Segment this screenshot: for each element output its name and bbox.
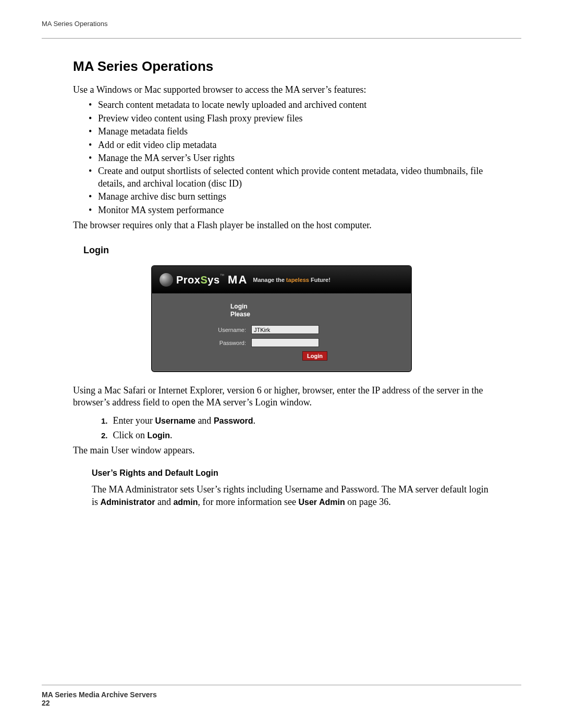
list-item: Manage the MA server’s User rights xyxy=(91,152,490,164)
password-input[interactable] xyxy=(251,338,319,347)
after-bullets-text: The browser requires only that a Flash p… xyxy=(73,219,490,231)
step-text: Enter your xyxy=(113,415,155,426)
intro-text: Use a Windows or Mac supported browser t… xyxy=(73,84,490,96)
rights-part: , for more information see xyxy=(198,497,299,507)
logo-tm: ™ xyxy=(220,273,225,278)
list-item: Manage archive disc burn settings xyxy=(91,191,490,203)
login-title-line: Login xyxy=(230,303,400,310)
username-input[interactable] xyxy=(251,325,319,334)
rights-strong: admin xyxy=(173,498,198,507)
login-panel-title: Login Please xyxy=(230,303,400,318)
logo-part: Prox xyxy=(176,274,200,286)
step-strong: Password xyxy=(214,416,253,425)
tagline-part: Manage the xyxy=(253,277,286,283)
tagline: Manage the tapeless Future! xyxy=(253,277,331,283)
rights-text: The MA Administrator sets User’s rights … xyxy=(92,483,490,509)
logo-part: ys xyxy=(207,274,219,286)
login-heading: Login xyxy=(83,245,490,256)
list-item: Monitor MA system performance xyxy=(91,204,490,216)
logo-ma: MA xyxy=(228,273,248,286)
feature-list: Search content metadata to locate newly … xyxy=(73,99,490,216)
login-title-line: Please xyxy=(230,311,400,318)
after-login-text: Using a Mac Safari or Internet Explorer,… xyxy=(73,385,490,409)
step-item: 1.Enter your Username and Password. xyxy=(101,414,490,427)
tagline-part: Future! xyxy=(309,277,331,283)
password-row: Password: xyxy=(163,338,400,347)
login-button[interactable]: Login xyxy=(302,351,327,361)
step-strong: Login xyxy=(148,431,170,440)
rights-strong: User Admin xyxy=(298,498,345,507)
rights-strong: Administrator xyxy=(101,498,155,507)
step-text: and xyxy=(195,415,214,426)
step-text: . xyxy=(170,430,173,440)
footer-rule xyxy=(42,685,521,685)
step-text: . xyxy=(253,415,255,426)
logo-icon xyxy=(160,273,173,287)
login-body: Login Please Username: Password: Login xyxy=(152,293,411,371)
step-text: Click on xyxy=(113,430,148,440)
running-header: MA Series Operations xyxy=(42,20,521,28)
login-screenshot: ProxSys™MA Manage the tapeless Future! L… xyxy=(73,265,490,372)
rights-part: and xyxy=(155,497,173,507)
login-steps: 1.Enter your Username and Password. 2.Cl… xyxy=(101,414,490,442)
tagline-em: tapeless xyxy=(286,277,309,283)
login-header-bar: ProxSys™MA Manage the tapeless Future! xyxy=(152,266,411,293)
list-item: Search content metadata to locate newly … xyxy=(91,99,490,111)
step-item: 2.Click on Login. xyxy=(101,429,490,441)
rights-heading: User’s Rights and Default Login xyxy=(92,468,490,478)
footer-page-number: 22 xyxy=(42,699,521,707)
step-number: 1. xyxy=(101,416,108,425)
list-item: Preview video content using Flash proxy … xyxy=(91,113,490,125)
list-item: Add or edit video clip metadata xyxy=(91,139,490,151)
username-row: Username: xyxy=(163,325,400,334)
header-rule xyxy=(42,38,521,39)
footer-title: MA Series Media Archive Servers xyxy=(42,690,521,699)
page-title: MA Series Operations xyxy=(73,58,490,75)
password-label: Password: xyxy=(163,340,251,346)
logo-part: S xyxy=(200,274,207,286)
login-window: ProxSys™MA Manage the tapeless Future! L… xyxy=(151,265,412,372)
username-label: Username: xyxy=(163,327,251,333)
page-footer: MA Series Media Archive Servers 22 xyxy=(42,685,521,707)
after-steps-text: The main User window appears. xyxy=(73,445,490,456)
rights-part: on page 36. xyxy=(345,497,391,507)
logo-text: ProxSys™MA xyxy=(176,273,248,287)
list-item: Create and output shortlists of selected… xyxy=(91,165,490,190)
step-number: 2. xyxy=(101,431,108,440)
list-item: Manage metadata fields xyxy=(91,126,490,138)
step-strong: Username xyxy=(155,416,195,425)
